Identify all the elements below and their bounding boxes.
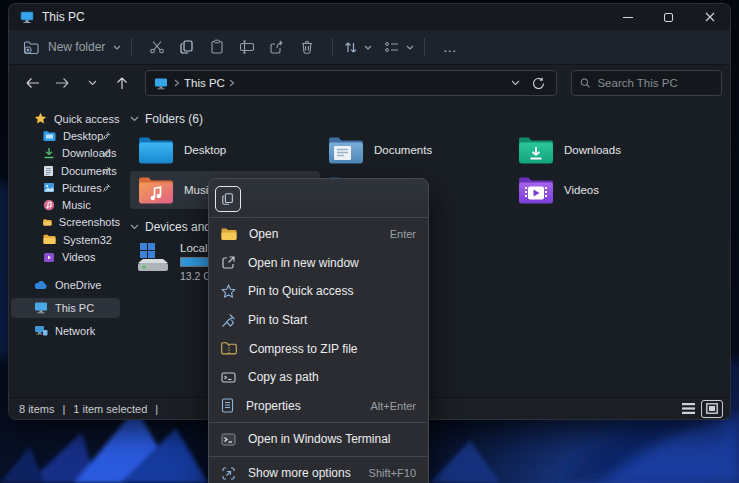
paste-icon — [209, 39, 225, 55]
folder-tile-documents[interactable]: Documents — [320, 131, 510, 169]
sidebar-item-music[interactable]: Music — [11, 196, 120, 213]
quick-copy-button[interactable] — [215, 186, 241, 212]
menu-item-copy-as-path[interactable]: Copy as path — [209, 363, 428, 392]
close-button[interactable] — [689, 4, 730, 30]
menu-item-label: Copy as path — [248, 370, 319, 384]
back-button[interactable] — [19, 70, 45, 96]
maximize-icon — [664, 13, 673, 22]
folder-tile-downloads[interactable]: Downloads — [510, 131, 700, 169]
more-icon: … — [443, 39, 458, 55]
menu-item-open[interactable]: Open Enter — [209, 220, 428, 249]
zip-folder-icon — [221, 342, 237, 355]
desktop-folder-icon — [43, 130, 56, 142]
status-divider: | — [62, 403, 65, 415]
sidebar-item-screenshots[interactable]: Screenshots — [11, 214, 120, 231]
documents-folder-icon — [328, 136, 364, 165]
navigation-pane: Quick access Desktop Downloads Documents — [9, 101, 122, 397]
folder-tile-label: Documents — [374, 144, 432, 156]
folder-tile-desktop[interactable]: Desktop — [130, 131, 320, 169]
sidebar-item-label: Pictures — [62, 182, 102, 194]
breadcrumb-this-pc[interactable]: This PC — [184, 77, 225, 89]
menu-item-pin-to-quick-access[interactable]: Pin to Quick access — [209, 277, 428, 306]
paste-button[interactable] — [202, 35, 232, 59]
pin-icon — [102, 183, 111, 192]
refresh-button[interactable] — [526, 70, 550, 96]
forward-button[interactable] — [49, 70, 75, 96]
large-icons-view-button[interactable] — [702, 401, 722, 417]
search-input[interactable] — [597, 77, 713, 89]
search-icon — [580, 77, 590, 89]
recent-locations-button[interactable] — [79, 70, 105, 96]
monitor-icon — [34, 301, 48, 314]
folder-tile-label: Videos — [564, 184, 599, 196]
view-button[interactable] — [384, 40, 414, 54]
address-dropdown-button[interactable] — [504, 70, 526, 96]
menu-item-shortcut: Shift+F10 — [369, 467, 416, 479]
menu-divider — [209, 456, 428, 457]
view-icon — [384, 40, 400, 54]
details-view-button[interactable] — [678, 401, 698, 417]
chevron-down-icon — [130, 224, 139, 230]
expand-more-icon — [221, 466, 236, 481]
sidebar-item-desktop[interactable]: Desktop — [11, 127, 120, 144]
minimize-icon — [623, 17, 633, 18]
menu-item-open-in-windows-terminal[interactable]: Open in Windows Terminal — [209, 425, 428, 454]
copy-path-icon — [221, 371, 236, 384]
screen: This PC New folder — [0, 0, 739, 483]
menu-item-open-in-new-window[interactable]: Open in new window — [209, 249, 428, 278]
menu-item-label: Show more options — [248, 466, 351, 480]
delete-button[interactable] — [292, 35, 322, 59]
folder-tile-videos[interactable]: Videos — [510, 171, 700, 209]
address-bar[interactable]: This PC — [145, 70, 557, 96]
folder-tile-label: Desktop — [184, 144, 226, 156]
sidebar-item-videos[interactable]: Videos — [11, 248, 120, 265]
command-bar: New folder — [9, 30, 730, 65]
share-button[interactable] — [262, 35, 292, 59]
sidebar-item-label: Desktop — [63, 130, 103, 142]
new-folder-button[interactable]: New folder — [23, 40, 121, 55]
search-box[interactable] — [571, 70, 722, 96]
refresh-icon — [532, 77, 545, 90]
breadcrumb-chevron-icon — [174, 79, 180, 87]
sidebar-item-downloads[interactable]: Downloads — [11, 145, 120, 162]
menu-item-label: Pin to Start — [248, 313, 307, 327]
chevron-down-icon — [113, 45, 121, 50]
toolbar-separator — [332, 38, 333, 56]
sidebar-item-label: This PC — [55, 302, 94, 314]
desktop-folder-icon — [138, 136, 174, 165]
address-bar-row: This PC — [9, 65, 730, 101]
sort-button[interactable] — [343, 40, 372, 55]
menu-item-compress-to-zip[interactable]: Compress to ZIP file — [209, 334, 428, 363]
sidebar-item-system32[interactable]: System32 — [11, 231, 120, 248]
context-menu-quick-actions — [209, 183, 428, 215]
sidebar-item-quick-access[interactable]: Quick access — [11, 110, 120, 127]
menu-item-show-more-options[interactable]: Show more options Shift+F10 — [209, 459, 428, 483]
pin-icon — [102, 166, 111, 175]
minimize-button[interactable] — [607, 4, 648, 30]
chevron-down-icon — [88, 80, 97, 86]
menu-divider — [209, 217, 428, 218]
cut-button[interactable] — [142, 35, 172, 59]
sidebar-item-documents[interactable]: Documents — [11, 162, 120, 179]
folder-tile-label: Downloads — [564, 144, 621, 156]
up-button[interactable] — [109, 70, 135, 96]
selection-count: 1 item selected — [73, 403, 147, 415]
rename-button[interactable] — [232, 35, 262, 59]
context-menu: Open Enter Open in new window Pin to Qui… — [208, 178, 429, 483]
copy-button[interactable] — [172, 35, 202, 59]
sidebar-item-onedrive[interactable]: OneDrive — [11, 275, 120, 295]
music-disc-icon — [43, 199, 55, 211]
sidebar-item-pictures[interactable]: Pictures — [11, 179, 120, 196]
menu-item-pin-to-start[interactable]: Pin to Start — [209, 306, 428, 335]
document-icon — [43, 165, 54, 177]
menu-item-properties[interactable]: Properties Alt+Enter — [209, 392, 428, 421]
sidebar-item-this-pc[interactable]: This PC — [11, 298, 120, 318]
this-pc-icon — [20, 10, 34, 24]
maximize-button[interactable] — [648, 4, 689, 30]
local-disk-icon — [134, 241, 172, 275]
large-icons-view-icon — [706, 403, 718, 414]
menu-item-shortcut: Enter — [390, 228, 416, 240]
sidebar-item-network[interactable]: Network — [11, 321, 120, 341]
see-more-button[interactable]: … — [435, 35, 465, 59]
folders-section-header[interactable]: Folders (6) — [130, 111, 730, 127]
